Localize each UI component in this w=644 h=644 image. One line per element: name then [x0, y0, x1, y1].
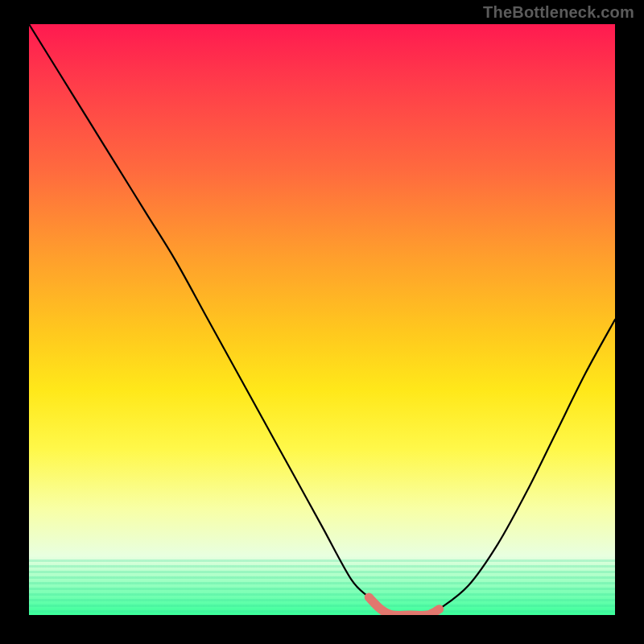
chart-container: TheBottleneck.com [0, 0, 644, 644]
bottleneck-curve [29, 24, 615, 615]
curve-svg [29, 24, 615, 615]
plot-area [29, 24, 615, 615]
attribution-text: TheBottleneck.com [483, 3, 634, 22]
highlight-segment [369, 597, 439, 615]
